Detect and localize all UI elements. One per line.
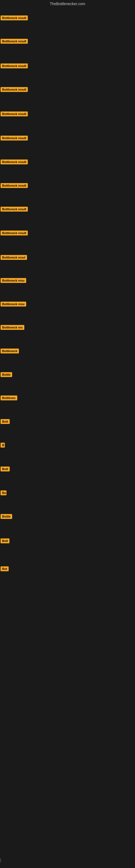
bottleneck-badge-row-21: Bo [1,490,6,496]
bottleneck-badge-12[interactable]: Bottleneck resu [1,278,26,283]
bottleneck-badge-2[interactable]: Bottleneck result [1,39,28,44]
bottleneck-badge-8[interactable]: Bottleneck result [1,183,28,188]
bottleneck-badge-5[interactable]: Bottleneck result [1,112,28,116]
bottleneck-badge-row-22: Bottle [1,514,12,520]
bottleneck-badge-row-17: Bottlenec [1,396,17,401]
bottleneck-badge-row-12: Bottleneck resu [1,278,26,284]
bottleneck-badge-4[interactable]: Bottleneck result [1,87,28,92]
bottleneck-badge-row-24: Bot [1,566,9,572]
bottleneck-badge-row-6: Bottleneck result [1,135,28,142]
bottleneck-badge-19[interactable]: B [1,443,5,447]
bottleneck-badge-15[interactable]: Bottleneck [1,348,19,353]
bottleneck-badge-row-7: Bottleneck result [1,159,28,165]
bottleneck-badge-row-16: Bottle [1,372,12,378]
bottleneck-badge-row-8: Bottleneck result [1,183,28,189]
bottleneck-badge-row-23: Bolt [1,538,9,545]
bottleneck-badge-10[interactable]: Bottleneck result [1,230,28,236]
bottleneck-badge-23[interactable]: Bolt [1,538,9,543]
bottleneck-badge-row-18: Bott [1,419,10,425]
bottleneck-badge-1[interactable]: Bottleneck result [1,16,28,20]
bottleneck-badge-row-19: B [1,443,5,448]
bottleneck-badge-row-4: Bottleneck result [1,87,28,93]
bottleneck-badge-22[interactable]: Bottle [1,514,12,519]
bottleneck-badge-6[interactable]: Bottleneck result [1,135,28,141]
bottleneck-badge-20[interactable]: Bott [1,467,10,471]
bottleneck-badge-row-20: Bott [1,467,10,472]
bottleneck-badge-row-11: Bottleneck resul [1,255,27,261]
bottleneck-badge-9[interactable]: Bottleneck result [1,207,28,212]
bottleneck-badge-row-3: Bottleneck result [1,63,28,69]
bottleneck-badge-row-13: Bottleneck resu [1,302,26,308]
bottleneck-badge-row-15: Bottleneck [1,348,19,354]
bottleneck-badge-7[interactable]: Bottleneck result [1,159,28,164]
bottleneck-badge-11[interactable]: Bottleneck resul [1,255,27,260]
bottleneck-badge-16[interactable]: Bottle [1,372,12,377]
site-title: TheBottlenecker.com [0,0,135,8]
bottleneck-badge-row-9: Bottleneck result [1,207,28,213]
bottleneck-badge-row-2: Bottleneck result [1,39,28,45]
bottleneck-badge-13[interactable]: Bottleneck resu [1,302,26,307]
bottleneck-badge-row-1: Bottleneck result [1,16,28,22]
bottleneck-badge-21[interactable]: Bo [1,490,6,495]
bottleneck-badge-row-5: Bottleneck result [1,112,28,118]
bottleneck-badge-17[interactable]: Bottlenec [1,396,17,400]
bottleneck-badge-3[interactable]: Bottleneck result [1,63,28,68]
bottleneck-badge-24[interactable]: Bot [1,566,9,571]
bottleneck-badge-row-10: Bottleneck result [1,230,28,237]
bottleneck-badge-14[interactable]: Bottleneck res [1,325,24,330]
bottleneck-badge-18[interactable]: Bott [1,419,10,424]
bottleneck-badge-row-14: Bottleneck res [1,325,24,331]
